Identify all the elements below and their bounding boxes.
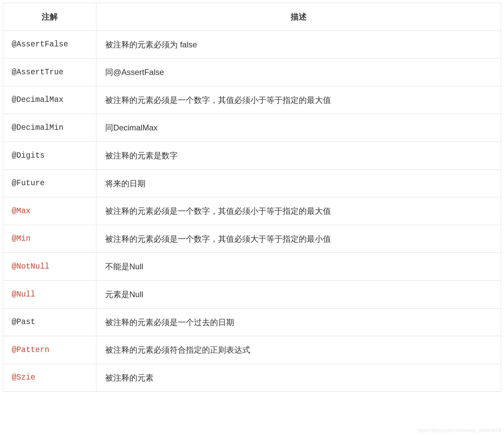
description-cell: 同DecimalMax <box>96 114 501 142</box>
description-cell: 被注释的元素必须是一个数字，其值必须小于等于指定的最大值 <box>96 197 501 225</box>
description-cell: 元素是Null <box>96 280 501 308</box>
table-row: @DecimalMax被注释的元素必须是一个数字，其值必须小于等于指定的最大值 <box>3 86 501 114</box>
header-description: 描述 <box>96 3 501 31</box>
description-cell: 被注释的元素 <box>96 364 501 392</box>
description-cell: 被注释的元素必须是一个数字，其值必须小于等于指定的最大值 <box>96 86 501 114</box>
table-row: @Digits被注释的元素是数字 <box>3 142 501 169</box>
table-row: @Szie被注释的元素 <box>3 364 501 392</box>
table-body: @AssertFalse被注释的元素必须为 false@AssertTrue同@… <box>3 31 501 392</box>
description-cell: 同@AssertFalse <box>96 58 501 86</box>
description-cell: 被注释的元素是数字 <box>96 142 501 169</box>
table-row: @AssertFalse被注释的元素必须为 false <box>3 31 501 58</box>
description-cell: 被注释的元素必须是一个过去的日期 <box>96 308 501 336</box>
annotation-cell: @Digits <box>3 142 96 169</box>
annotation-cell: @AssertTrue <box>3 58 96 86</box>
description-cell: 被注释的元素必须符合指定的正则表达式 <box>96 336 501 364</box>
description-cell: 被注释的元素必须为 false <box>96 31 501 58</box>
table-row: @Future将来的日期 <box>3 169 501 197</box>
annotation-cell: @Szie <box>3 364 96 392</box>
table-row: @AssertTrue同@AssertFalse <box>3 58 501 86</box>
table-row: @Null元素是Null <box>3 280 501 308</box>
table-row: @NotNull不能是Null <box>3 253 501 281</box>
table-row: @DecimalMin同DecimalMax <box>3 114 501 142</box>
description-cell: 被注释的元素必须是一个数字，其值必须大于等于指定的最小值 <box>96 225 501 253</box>
annotation-cell: @DecimalMax <box>3 86 96 114</box>
annotation-cell: @Min <box>3 225 96 253</box>
annotation-cell: @Future <box>3 169 96 197</box>
annotation-cell: @AssertFalse <box>3 31 96 58</box>
description-cell: 将来的日期 <box>96 169 501 197</box>
annotation-cell: @DecimalMin <box>3 114 96 142</box>
table-row: @Past被注释的元素必须是一个过去的日期 <box>3 308 501 336</box>
annotation-cell: @NotNull <box>3 253 96 281</box>
annotation-cell: @Max <box>3 197 96 225</box>
annotation-table: 注解 描述 @AssertFalse被注释的元素必须为 false@Assert… <box>3 3 501 392</box>
table-row: @Min被注释的元素必须是一个数字，其值必须大于等于指定的最小值 <box>3 225 501 253</box>
annotation-cell: @Null <box>3 280 96 308</box>
annotation-cell: @Past <box>3 308 96 336</box>
table-header-row: 注解 描述 <box>3 3 501 31</box>
table-row: @Max被注释的元素必须是一个数字，其值必须小于等于指定的最大值 <box>3 197 501 225</box>
description-cell: 不能是Null <box>96 253 501 281</box>
table-row: @Pattern被注释的元素必须符合指定的正则表达式 <box>3 336 501 364</box>
annotation-cell: @Pattern <box>3 336 96 364</box>
header-annotation: 注解 <box>3 3 96 31</box>
